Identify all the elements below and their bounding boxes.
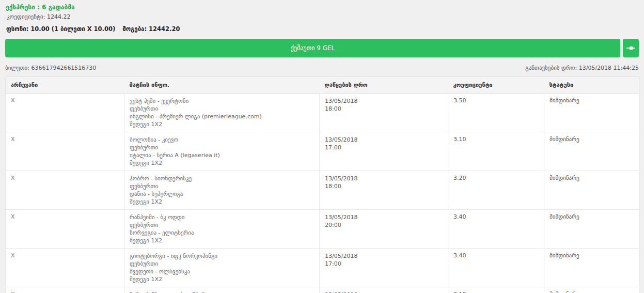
cashout-row: ქეშაუთი 9 GEL [5,39,639,57]
match-teams: ვესტ ჰემი - ევერტონი [130,97,314,105]
start-time-cell: 13/05/2018 20:00 [320,210,448,249]
match-sport: ფეხბურთი [130,105,314,113]
start-date: 13/05/2018 [325,175,443,182]
match-league: იტალია - სერია A (legaseriea.it) [130,151,314,159]
start-time-cell: 13/05/2018 17:00 [320,249,448,287]
coefficient-cell: 3.40 [448,210,544,249]
col-header-match-info: მატჩის ინფო. [124,77,320,94]
start-time: 17:00 [325,144,443,151]
col-header-choice: არჩევანი [6,77,124,94]
bet-details-page: ექსპრესი : 6 გადაბმა კოეფიციენტი: 1244.2… [0,0,644,293]
match-teams: ბოლონია - კიევო [130,136,314,144]
stake-label: ფსონი: [6,25,28,33]
placed-time-line: განთავსების დრო: 13/05/2018 11:44:25 [525,65,639,71]
choice-cell: X [6,287,124,293]
table-row: X რანჰეიმი - ბკ ოდდი ფეხბურთი ნორვეგია -… [6,210,639,249]
status-cell: მიმდინარე [544,171,639,210]
match-info-cell: მარიეჰამნი - ილვეს ტამპერე ფეხბურთი ფინე… [124,287,320,293]
status-cell: მიმდინარე [544,94,639,132]
match-info-cell: გიოტებორგი - იფკ ნორკოპინგი ფეხბურთი შვე… [124,249,320,287]
col-header-status: სტატუსი [544,77,639,94]
cashout-slider-button[interactable] [623,39,639,57]
match-market: შედეგი 1X2 [130,198,314,206]
start-date: 13/05/2018 [325,213,443,221]
start-time: 18:00 [325,182,443,190]
start-time: 18:00 [325,105,443,113]
match-league: ნორვეგია - ელიტსერია [130,229,314,237]
slider-icon [626,47,635,50]
start-time: 20:00 [325,221,443,229]
start-date: 13/05/2018 [325,97,443,105]
coefficient-cell: 3.10 [448,287,544,293]
total-odds-label: კოეფიციენტი: [7,13,45,20]
stake-value: 10.00 (1 ბილეთი X 10.00) [30,25,115,33]
choice-cell: X [6,94,124,132]
start-time: 17:00 [325,260,443,268]
match-info-cell: ჰობრო - სიონდერისკე ფეხბურთი დანია - სუპ… [124,171,320,210]
choice-cell: X [6,249,124,287]
total-odds-value: 1244.22 [47,13,71,20]
possible-win-label: მოგება: [122,25,147,33]
status-cell: მიმდინარე [544,287,639,293]
match-league: შვედეთი - ოლსვენსკა [130,268,314,275]
match-sport: ფეხბურთი [130,182,314,190]
table-row: X მარიეჰამნი - ილვეს ტამპერე ფეხბურთი ფი… [6,287,639,293]
coefficient-cell: 3.10 [448,132,544,171]
match-info-cell: რანჰეიმი - ბკ ოდდი ფეხბურთი ნორვეგია - ე… [124,210,320,249]
match-market: შედეგი 1X2 [130,159,314,167]
match-teams: გიოტებორგი - იფკ ნორკოპინგი [130,252,314,260]
table-row: X ვესტ ჰემი - ევერტონი ფეხბურთი ინგლისი … [6,94,639,132]
col-header-start-time: დაწყების დრო [320,77,448,94]
placed-time-value: 13/05/2018 11:44:25 [579,65,639,71]
match-info-cell: ბოლონია - კიევო ფეხბურთი იტალია - სერია … [124,132,320,171]
col-header-coefficient: კოეფიციენტი [448,77,544,94]
match-info-cell: ვესტ ჰემი - ევერტონი ფეხბურთი ინგლისი - … [124,94,320,132]
status-cell: მიმდინარე [544,249,639,287]
bet-selections-table: არჩევანი მატჩის ინფო. დაწყების დრო კოეფი… [5,76,639,293]
start-date: 13/05/2018 [325,136,443,144]
choice-cell: X [6,171,124,210]
start-time-cell: 13/05/2018 18:00 [320,171,448,210]
status-cell: მიმდინარე [544,210,639,249]
start-date: 13/05/2018 [325,252,443,260]
table-body: X ვესტ ჰემი - ევერტონი ფეხბურთი ინგლისი … [6,94,639,293]
ticket-number-line: ბილეთი: 636617942661516730 [5,65,96,71]
start-time-cell: 13/05/2018 18:00 [320,94,448,132]
match-sport: ფეხბურთი [130,260,314,268]
stake-line: ფსონი: 10.00 (1 ბილეთი X 10.00) მოგება: … [5,23,639,33]
ticket-number-label: ბილეთი: [5,65,29,71]
cashout-button[interactable]: ქეშაუთი 9 GEL [5,39,620,57]
match-league: დანია - სუპერლიგა [130,190,314,198]
match-teams: ჰობრო - სიონდერისკე [130,175,314,182]
start-date: 13/05/2018 [325,291,443,293]
match-league: ინგლისი - პრემიერ ლიგა (premierleague.co… [130,113,314,120]
table-header: არჩევანი მატჩის ინფო. დაწყების დრო კოეფი… [6,77,639,94]
table-row: X ჰობრო - სიონდერისკე ფეხბურთი დანია - ს… [6,171,639,210]
match-market: შედეგი 1X2 [130,237,314,244]
coefficient-cell: 3.40 [448,249,544,287]
choice-cell: X [6,210,124,249]
coefficient-cell: 3.20 [448,171,544,210]
status-cell: მიმდინარე [544,132,639,171]
match-market: შედეგი 1X2 [130,275,314,283]
match-sport: ფეხბურთი [130,144,314,151]
total-odds-line: კოეფიციენტი: 1244.22 [5,12,639,23]
start-time-cell: 13/05/2018 17:00 [320,132,448,171]
match-teams: რანჰეიმი - ბკ ოდდი [130,213,314,221]
possible-win-value: 12442.20 [149,25,180,33]
placed-time-label: განთავსების დრო: [525,65,577,71]
match-teams: მარიეჰამნი - ილვეს ტამპერე [130,291,314,293]
ticket-number-value: 636617942661516730 [31,65,96,71]
match-sport: ფეხბურთი [130,221,314,229]
ticket-meta-row: ბილეთი: 636617942661516730 განთავსების დ… [5,65,639,71]
table-row: X გიოტებორგი - იფკ ნორკოპინგი ფეხბურთი შ… [6,249,639,287]
start-time-cell: 13/05/2018 20:00 [320,287,448,293]
coefficient-cell: 3.50 [448,94,544,132]
choice-cell: X [6,132,124,171]
bet-type-title: ექსპრესი : 6 გადაბმა [5,3,639,12]
table-row: X ბოლონია - კიევო ფეხბურთი იტალია - სერი… [6,132,639,171]
match-market: შედეგი 1X2 [130,120,314,128]
